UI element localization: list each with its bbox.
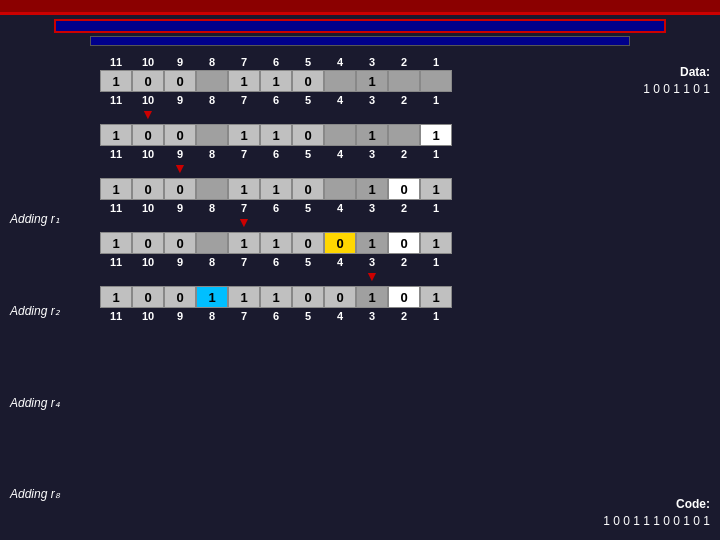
cell-3-6: 0 [292, 232, 324, 254]
cell-0-10 [420, 70, 452, 92]
arrow-cell-2-2 [164, 216, 196, 228]
num-cell-3-6: 5 [292, 254, 324, 270]
num-cell-4-8: 3 [356, 308, 388, 324]
num-cell-0-4: 7 [228, 92, 260, 108]
num-cell-4-5: 6 [260, 308, 292, 324]
col-num-4: 4 [324, 54, 356, 70]
num-cell-0-6: 5 [292, 92, 324, 108]
arrow-cell-0-1: ▼ [132, 108, 164, 120]
arrow-cell-2-0 [100, 216, 132, 228]
cell-0-9 [388, 70, 420, 92]
arrow-cell-0-8 [356, 108, 388, 120]
example-bar [90, 36, 630, 46]
num-cell-3-3: 8 [196, 254, 228, 270]
num-row-3: 1110987654321 [100, 254, 593, 270]
cell-0-3 [196, 70, 228, 92]
num-row-0: 1110987654321 [100, 92, 593, 108]
data-label: Data:1 0 0 1 1 0 1 [603, 64, 710, 98]
row-label-3: Adding r₄ [10, 378, 90, 428]
row-label-2: Adding r₂ [10, 286, 90, 336]
num-cell-2-5: 6 [260, 200, 292, 216]
arrow-cell-3-2 [164, 270, 196, 282]
col-num-1: 1 [420, 54, 452, 70]
col-num-11: 11 [100, 54, 132, 70]
num-cell-0-9: 2 [388, 92, 420, 108]
cell-2-9: 0 [388, 178, 420, 200]
row-group-4: 100111001011110987654321 [100, 286, 593, 324]
num-cell-2-1: 10 [132, 200, 164, 216]
num-cell-3-9: 2 [388, 254, 420, 270]
arrow-cell-3-7 [324, 270, 356, 282]
num-cell-0-3: 8 [196, 92, 228, 108]
subtitle-bar [54, 19, 666, 33]
arrow-cell-1-3 [196, 162, 228, 174]
cell-1-4: 1 [228, 124, 260, 146]
num-cell-2-7: 4 [324, 200, 356, 216]
cell-4-6: 0 [292, 286, 324, 308]
arrow-cell-0-3 [196, 108, 228, 120]
num-cell-4-6: 5 [292, 308, 324, 324]
num-cell-2-6: 5 [292, 200, 324, 216]
col-num-2: 2 [388, 54, 420, 70]
cell-0-2: 0 [164, 70, 196, 92]
arrow-cell-1-0 [100, 162, 132, 174]
cell-row-3: 1001100101 [100, 232, 593, 254]
num-cell-1-4: 7 [228, 146, 260, 162]
cell-2-10: 1 [420, 178, 452, 200]
arrow-cell-0-10 [420, 108, 452, 120]
arrow-cell-2-8 [356, 216, 388, 228]
row-label-4: Adding r₈ [10, 469, 90, 519]
arrow-cell-3-1 [132, 270, 164, 282]
col-num-8: 8 [196, 54, 228, 70]
grid-area: 111098765432110011011110987654321▼100110… [100, 54, 593, 540]
row-labels: Adding r₁Adding r₂Adding r₄Adding r₈ [10, 54, 90, 540]
cell-4-5: 1 [260, 286, 292, 308]
num-cell-2-2: 9 [164, 200, 196, 216]
num-cell-0-5: 6 [260, 92, 292, 108]
arrow-cell-0-0 [100, 108, 132, 120]
num-cell-3-0: 11 [100, 254, 132, 270]
col-num-7: 7 [228, 54, 260, 70]
arrow-row-1: ▼ [100, 162, 593, 174]
num-cell-0-2: 9 [164, 92, 196, 108]
cell-0-8: 1 [356, 70, 388, 92]
arrow-cell-0-5 [260, 108, 292, 120]
cell-3-4: 1 [228, 232, 260, 254]
arrow-cell-3-8: ▼ [356, 270, 388, 282]
num-cell-4-0: 11 [100, 308, 132, 324]
num-cell-4-1: 10 [132, 308, 164, 324]
num-cell-1-8: 3 [356, 146, 388, 162]
num-cell-0-7: 4 [324, 92, 356, 108]
num-cell-4-9: 2 [388, 308, 420, 324]
num-cell-2-9: 2 [388, 200, 420, 216]
row-group-3: 10011001011110987654321▼ [100, 232, 593, 282]
cell-4-7: 0 [324, 286, 356, 308]
num-cell-1-1: 10 [132, 146, 164, 162]
arrow-cell-3-0 [100, 270, 132, 282]
cell-row-2: 100110101 [100, 178, 593, 200]
arrow-cell-1-6 [292, 162, 324, 174]
cell-0-7 [324, 70, 356, 92]
num-cell-2-0: 11 [100, 200, 132, 216]
arrow-row-0: ▼ [100, 108, 593, 120]
cell-0-1: 0 [132, 70, 164, 92]
cell-2-8: 1 [356, 178, 388, 200]
num-row-4: 1110987654321 [100, 308, 593, 324]
cell-4-8: 1 [356, 286, 388, 308]
arrow-cell-0-6 [292, 108, 324, 120]
cell-1-5: 1 [260, 124, 292, 146]
cell-2-4: 1 [228, 178, 260, 200]
arrow-row-3: ▼ [100, 270, 593, 282]
arrow-cell-2-10 [420, 216, 452, 228]
arrow-cell-1-2: ▼ [164, 162, 196, 174]
cell-2-0: 1 [100, 178, 132, 200]
col-numbers: 1110987654321 [100, 54, 593, 70]
cell-1-0: 1 [100, 124, 132, 146]
cell-3-10: 1 [420, 232, 452, 254]
num-cell-4-10: 1 [420, 308, 452, 324]
num-cell-3-2: 9 [164, 254, 196, 270]
arrow-cell-3-4 [228, 270, 260, 282]
arrow-cell-1-7 [324, 162, 356, 174]
num-cell-1-6: 5 [292, 146, 324, 162]
cell-1-9 [388, 124, 420, 146]
